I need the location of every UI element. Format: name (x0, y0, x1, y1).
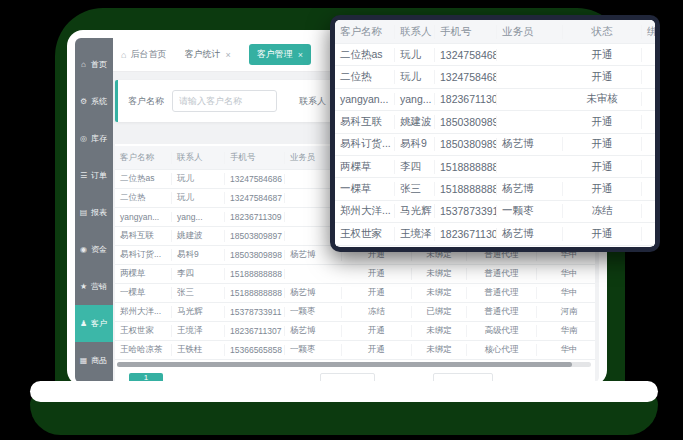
table-cell: 二位热 (335, 70, 395, 84)
table-cell: 姚建波 (172, 230, 225, 242)
table-cell: 15188888888 (435, 183, 497, 195)
table-cell: 杨艺博 (497, 137, 563, 151)
table-cell: 18503809897 (435, 116, 497, 128)
table-cell: 15378733911 (225, 307, 285, 317)
sidebar-item-4[interactable]: ☰订单 (75, 157, 113, 194)
table-cell: 王铁柱 (172, 344, 225, 356)
table-cell: 一棵草 (115, 287, 172, 299)
sidebar-item-6[interactable]: ◉资金 (75, 231, 113, 268)
gear-icon: ⚙ (79, 97, 88, 106)
table-cell: 李四 (172, 268, 225, 280)
column-header: 手机号 (435, 25, 497, 39)
table-row: 易科互联姚建波18503809897开通 (335, 111, 655, 133)
close-icon[interactable]: × (298, 50, 303, 60)
table-cell: 杨艺博 (285, 287, 342, 299)
horizontal-scrollbar[interactable] (117, 362, 591, 367)
table-cell: 王权世家 (335, 227, 395, 241)
table-cell: 易科互联 (335, 115, 395, 129)
tab-customer-management[interactable]: 客户管理 × (249, 44, 311, 65)
table-cell: 杨艺博 (285, 325, 342, 337)
table-cell: 开通 (563, 70, 642, 84)
table-cell: 杨艺博 (497, 182, 563, 196)
sidebar-item-8[interactable]: ♟客户 (75, 305, 113, 342)
tab-customer-stats[interactable]: 客户统计 × (176, 44, 238, 65)
home-icon: ⌂ (79, 60, 88, 69)
table-cell: 开通 (563, 227, 642, 241)
table-cell: 13247584687 (225, 193, 285, 203)
table-row: 一棵草张三15188888888杨艺博开通未绑定普通代理华中 (115, 284, 595, 303)
table-cell: 开通 (342, 344, 412, 356)
table-cell: 李四 (395, 160, 435, 174)
table-cell: 两棵草 (115, 268, 172, 280)
sidebar-item-label: 库存 (91, 133, 107, 144)
table-cell: 王境泽 (172, 325, 225, 337)
table-cell: 开通 (563, 137, 642, 151)
table-cell: 马光辉 (395, 204, 435, 218)
sidebar-item-7[interactable]: ★营销 (75, 268, 113, 305)
orders-icon: ☰ (79, 171, 88, 180)
column-header: 业务员 (497, 25, 563, 39)
breadcrumb[interactable]: ⌂ 后台首页 (121, 48, 166, 61)
column-header: 客户名称 (115, 152, 172, 164)
table-cell: 华中 (537, 268, 595, 280)
table-cell: 15366565858 (225, 345, 285, 355)
table-cell: 玩儿 (395, 70, 435, 84)
inventory-icon: ◎ (79, 134, 88, 143)
column-header: 状态 (563, 25, 642, 39)
table-cell: 18503809898 (435, 138, 497, 150)
table-row: 两棵草李四15188888888开通未绑定普通代理华中 (115, 265, 595, 284)
table-cell: 张三 (395, 182, 435, 196)
sidebar-item-3[interactable]: ◎库存 (75, 120, 113, 157)
scrollbar-thumb[interactable] (117, 362, 572, 367)
table-cell: 15378733911 (435, 205, 497, 217)
table-cell: 二位热 (115, 192, 172, 204)
table-cell: 张三 (172, 287, 225, 299)
column-header: 客户名称 (335, 25, 395, 39)
close-icon[interactable]: × (225, 50, 230, 60)
table-cell: 易科订货... (335, 137, 395, 151)
table-cell: yang... (172, 212, 225, 222)
table-cell: 13247584686 (435, 49, 497, 61)
table-row: 王权世家王境泽18236711307杨艺博开通 (335, 223, 655, 245)
table-cell: 13247584687 (435, 71, 497, 83)
marketing-icon: ★ (79, 282, 88, 291)
goods-icon: ▦ (79, 356, 88, 365)
table-cell: 开通 (563, 48, 642, 62)
table-cell: 开通 (342, 325, 412, 337)
sidebar-item-1[interactable]: ⌂首页 (75, 46, 113, 83)
table-cell: 未绑定 (412, 325, 467, 337)
sidebar-item-9[interactable]: ▦商品 (75, 342, 113, 379)
sidebar-item-label: 客户 (91, 318, 107, 329)
funds-icon: ◉ (79, 245, 88, 254)
table-cell: 18503809898 (225, 250, 285, 260)
column-header: 联系人 (395, 25, 435, 39)
table-cell: 15188888888 (225, 269, 285, 279)
column-header: 联系人 (172, 152, 225, 164)
table-cell: 18236711307 (225, 326, 285, 336)
table-cell: 王境泽 (395, 227, 435, 241)
table-row: 郑州大洋...马光辉15378733911一颗枣冻结 (335, 201, 655, 223)
sidebar-item-label: 营销 (91, 281, 107, 292)
table-cell: 一颗枣 (497, 204, 563, 218)
table-row: 两棵草李四15188888888开通 (335, 156, 655, 178)
customer-name-input[interactable] (172, 90, 277, 112)
sidebar: ⌂首页⚙系统◎库存☰订单▤报表◉资金★营销♟客户▦商品 (75, 38, 113, 383)
table-row: 一棵草张三15188888888杨艺博开通 (335, 178, 655, 200)
table-cell: 冻结 (563, 204, 642, 218)
contact-label: 联系人 (299, 95, 326, 108)
table-cell: 冻结 (342, 306, 412, 318)
table-cell: 未审核 (563, 92, 642, 106)
table-cell: 杨艺博 (285, 249, 342, 261)
table-cell: 普通代理 (467, 268, 537, 280)
column-header: 手机号 (225, 152, 285, 164)
table-cell: 18236711309 (435, 93, 497, 105)
customer-name-label: 客户名称 (128, 95, 164, 108)
sidebar-item-2[interactable]: ⚙系统 (75, 83, 113, 120)
magnifier-overlay: 客户名称联系人手机号业务员状态绑二位热as玩儿13247584686开通二位热玩… (330, 15, 660, 252)
sidebar-item-5[interactable]: ▤报表 (75, 194, 113, 231)
table-row: 王哈哈凉茶王铁柱15366565858一颗枣开通未绑定核心代理华中 (115, 341, 595, 360)
table-cell: 开通 (563, 182, 642, 196)
table-row: 郑州大洋...马光辉15378733911一颗枣冻结已绑定普通代理河南 (115, 303, 595, 322)
table-cell: 易科9 (395, 137, 435, 151)
table-cell: 18503809897 (225, 231, 285, 241)
